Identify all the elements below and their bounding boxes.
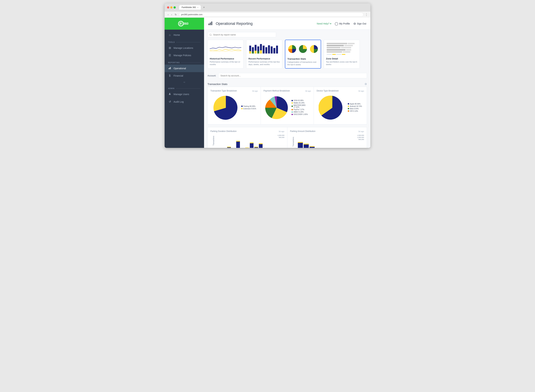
tools-section-label: TOOLS — [165, 38, 204, 44]
parking-amount-title: Parking Amount Distribution — [290, 130, 316, 132]
legend-discover: DISCOVER 1.65% — [292, 113, 311, 115]
svg-rect-6 — [170, 67, 171, 69]
zone-detail-chart-preview — [326, 42, 358, 56]
sidebar-item-audit-log[interactable]: ↺ Audit Log — [165, 98, 204, 105]
minimize-window-dot[interactable] — [170, 6, 172, 9]
profile-circle-icon: ◯ — [335, 22, 338, 26]
tab-close-button[interactable]: × — [197, 6, 198, 8]
svg-rect-38 — [236, 141, 240, 148]
address-bar-row: ‹ › ↻ pm360.parkmobile.com ⋮ — [165, 11, 370, 18]
svg-rect-58 — [309, 147, 314, 148]
recent-card-desc: Performance summary of the last few days… — [248, 61, 280, 66]
parking-amount-chart-area: Transactions 1,500,000 1,000,000 500,000 — [290, 135, 364, 148]
historical-card-desc: Performance summary of the last 12 month… — [210, 61, 241, 66]
sidebar-item-manage-locations[interactable]: ⊞ Manage Locations — [165, 44, 204, 51]
svg-rect-12 — [249, 51, 251, 53]
close-window-dot[interactable] — [167, 6, 169, 9]
transaction-stats-title: Transaction Stats — [208, 83, 227, 85]
zone-detail-card-desc: Top and Bottom zones over the last 6 wee… — [326, 61, 358, 66]
refresh-button[interactable]: ↻ — [174, 13, 177, 16]
url-bar[interactable]: pm360.parkmobile.com — [179, 13, 364, 17]
locations-icon: ⊞ — [168, 46, 171, 50]
report-cards-row: Historical Performance Performance summa… — [204, 40, 370, 71]
svg-rect-48 — [259, 144, 263, 148]
logo-svg: P 360 — [177, 20, 191, 27]
apple-legend-label: Apple 80.58% — [350, 103, 360, 105]
sidebar-collapse-toggle[interactable]: ‹› — [165, 79, 204, 85]
parking-duration-chart-card: Parking Duration Distribution 3d ago Tra… — [208, 127, 287, 148]
back-button[interactable]: ‹ — [167, 13, 169, 16]
svg-rect-9 — [210, 23, 211, 25]
parking-amount-bars-svg — [297, 141, 364, 148]
transaction-type-pie-container: Parking 90.09% Extension 9.91% — [210, 94, 258, 121]
sign-out-icon: ⊖ — [353, 22, 356, 26]
legend-mastercard: MASTERCARD 17.42% — [292, 104, 311, 108]
svg-rect-54 — [298, 143, 303, 148]
settings-gear-icon[interactable]: ⚙ — [365, 82, 367, 86]
sidebar: P 360 ⌂ Home TOOLS ⊞ Manage Locations ☰ — [165, 18, 204, 148]
discover-legend-label: DISCOVER 1.65% — [294, 113, 308, 115]
sidebar-item-manage-users[interactable]: Manage Users — [165, 90, 204, 98]
window-controls — [167, 6, 176, 9]
forward-button[interactable]: › — [171, 13, 173, 16]
my-profile-button[interactable]: ◯ My Profile — [335, 22, 350, 26]
sign-out-button[interactable]: ⊖ Sign Out — [353, 22, 366, 26]
svg-point-7 — [169, 93, 170, 94]
svg-rect-23 — [268, 45, 270, 53]
svg-rect-18 — [257, 51, 259, 53]
sidebar-item-operational[interactable]: Operational — [165, 65, 204, 72]
pie-charts-row: Transaction Type Breakdown 3d ago — [204, 87, 370, 127]
sidebar-item-financial[interactable]: $ Financial — [165, 72, 204, 79]
wallet-legend-dot — [292, 102, 293, 104]
transaction-type-chart-age: 3d ago — [252, 90, 258, 92]
header-chart-icon — [208, 21, 213, 27]
svg-rect-25 — [273, 48, 275, 53]
sidebar-item-manage-policies[interactable]: ☰ Manage Policies — [165, 51, 204, 59]
svg-rect-49 — [259, 143, 263, 144]
need-help-button[interactable]: Need Help? ▾ — [317, 22, 331, 25]
maximize-window-dot[interactable] — [174, 6, 176, 9]
svg-rect-45 — [250, 142, 254, 143]
report-card-transaction-stats[interactable]: Transaction Stats Categorization of tran… — [285, 40, 321, 69]
svg-rect-59 — [309, 146, 314, 147]
svg-rect-35 — [227, 147, 231, 147]
discover-legend-dot — [292, 114, 293, 115]
svg-rect-26 — [276, 46, 278, 53]
parking-duration-bars-svg — [217, 139, 284, 148]
app-container: P 360 ⌂ Home TOOLS ⊞ Manage Locations ☰ — [165, 18, 370, 148]
need-help-chevron-icon: ▾ — [330, 22, 331, 25]
transaction-type-chart-card: Transaction Type Breakdown 3d ago — [208, 87, 261, 124]
android-legend-dot — [348, 106, 349, 107]
new-tab-button[interactable]: + — [203, 6, 205, 9]
account-label: Account: — [208, 74, 216, 77]
parking-legend-dot — [241, 106, 243, 107]
account-search-input[interactable] — [218, 73, 367, 78]
sidebar-item-home-label: Home — [174, 34, 180, 36]
browser-more-button[interactable]: ⋮ — [365, 13, 368, 16]
svg-text:360: 360 — [183, 22, 189, 25]
svg-rect-16 — [255, 51, 256, 54]
legend-paypal: PayPal 7.27% — [292, 109, 311, 111]
browser-tab[interactable]: ParkMobile 360 × — [179, 5, 201, 9]
sidebar-item-home[interactable]: ⌂ Home — [165, 31, 204, 38]
parking-duration-y-label: Transactions — [213, 136, 214, 145]
report-card-historical[interactable]: Historical Performance Performance summa… — [208, 40, 243, 69]
legend-visa: VISA 43.08% — [292, 99, 311, 101]
device-type-chart-card: Device Type Breakdown 3d ago — [314, 87, 367, 124]
report-card-recent[interactable]: Recent Performance Performance summary o… — [246, 40, 282, 69]
amex-legend-dot — [292, 111, 293, 113]
transaction-stats-card-title: Transaction Stats — [287, 58, 319, 60]
parking-duration-age: 3d ago — [279, 130, 284, 132]
extension-legend-label: Extension 9.91% — [243, 108, 256, 110]
legend-android: Android 18.74% — [348, 105, 362, 107]
report-search-input[interactable] — [208, 32, 276, 37]
svg-rect-21 — [263, 46, 265, 53]
bar-charts-row: Parking Duration Distribution 3d ago Tra… — [204, 127, 370, 148]
legend-extension: Extension 9.91% — [241, 108, 256, 110]
report-card-zone-detail[interactable]: Zone Detail Top and Bottom zones over th… — [324, 40, 360, 69]
payment-method-pie-container: VISA 43.08% Wallet 25.29% MASTERCARD 17.… — [264, 94, 311, 121]
parking-legend-label: Parking 90.09% — [243, 105, 256, 107]
device-type-legend: Apple 80.58% Android 18.74% Web 0.54% — [348, 103, 362, 112]
page-title: Operational Reporting — [216, 21, 314, 26]
collapse-arrow-icon: ‹› — [184, 81, 185, 84]
